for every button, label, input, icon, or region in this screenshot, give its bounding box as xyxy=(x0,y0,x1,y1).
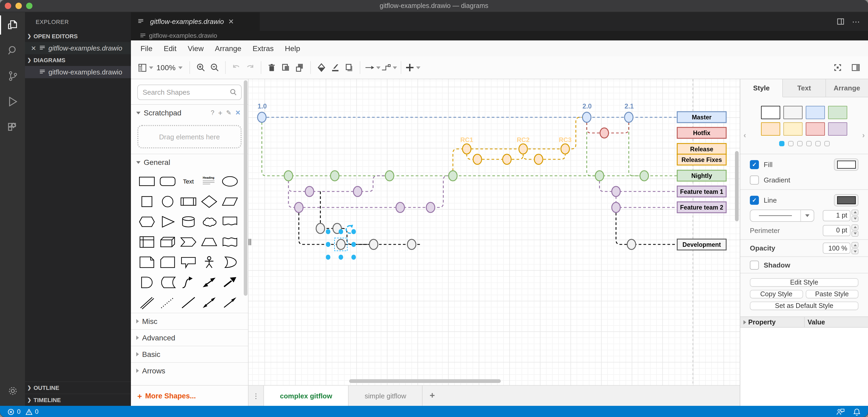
connection-style-button[interactable] xyxy=(364,60,380,75)
menu-extras[interactable]: Extras xyxy=(252,44,274,53)
timeline-header[interactable]: ❯ TIMELINE xyxy=(25,394,131,406)
commit-node-purple[interactable] xyxy=(294,202,303,213)
commit-node-green[interactable] xyxy=(595,171,604,181)
shape-hexagon[interactable] xyxy=(136,213,157,231)
line-width-input[interactable]: 1 pt xyxy=(823,210,850,221)
commit-node-blue[interactable] xyxy=(583,112,591,122)
scratchpad-help-icon[interactable]: ? xyxy=(211,109,214,117)
set-default-style-button[interactable]: Set as Default Style xyxy=(750,301,859,310)
shape-rounded-rectangle[interactable] xyxy=(157,172,178,190)
shape-bidirectional-arrow[interactable] xyxy=(198,274,219,291)
to-front-button[interactable] xyxy=(279,60,293,75)
insert-button[interactable] xyxy=(405,60,421,75)
shape-circle[interactable] xyxy=(157,193,178,211)
shape-cylinder[interactable] xyxy=(178,213,198,231)
shape-link[interactable] xyxy=(136,294,157,312)
commit-node-green[interactable] xyxy=(640,171,648,181)
scratchpad-header[interactable]: Scratchpad ? + ✎ ✕ xyxy=(131,104,248,121)
shape-triangle[interactable] xyxy=(157,213,178,231)
activity-settings[interactable] xyxy=(0,378,25,404)
branch-edge-black[interactable] xyxy=(320,191,337,228)
activity-extensions[interactable] xyxy=(0,115,25,140)
opacity-input[interactable]: 100 % xyxy=(823,243,850,254)
branch-label-nightly[interactable]: Nightly xyxy=(677,170,726,181)
shape-cube[interactable] xyxy=(157,233,178,251)
preset-page-dot-4[interactable] xyxy=(815,141,820,146)
shape-ellipse[interactable] xyxy=(219,172,240,190)
search-shapes-input[interactable] xyxy=(137,85,242,100)
branch-edge-purple[interactable] xyxy=(599,181,677,191)
commit-node-green[interactable] xyxy=(284,171,293,181)
menu-edit[interactable]: Edit xyxy=(164,44,177,53)
undo-button[interactable] xyxy=(229,60,243,75)
breadcrumb[interactable]: gitflow-examples.drawio xyxy=(131,31,868,40)
commit-node-gray[interactable] xyxy=(316,223,324,233)
preset-page-dot-5[interactable] xyxy=(824,141,829,146)
diagram-file-item[interactable]: gitflow-examples.drawio xyxy=(25,66,131,78)
fill-checkbox[interactable]: ✓ xyxy=(750,160,759,169)
shape-tape[interactable] xyxy=(219,233,240,251)
paste-style-button[interactable]: Paste Style xyxy=(805,290,859,298)
commit-node-purple[interactable] xyxy=(353,186,362,196)
commit-node-purple[interactable] xyxy=(305,186,314,196)
scratchpad-dropzone[interactable]: Drag elements here xyxy=(137,125,242,149)
activity-source-control[interactable] xyxy=(0,63,25,89)
branch-label-feature-team-2[interactable]: Feature team 2 xyxy=(677,202,726,213)
line-color-swatch[interactable] xyxy=(834,194,859,206)
close-tab-icon[interactable]: ✕ xyxy=(228,18,234,26)
style-preset-7[interactable] xyxy=(828,122,847,136)
shape-and[interactable] xyxy=(136,274,157,291)
shape-directional-connector[interactable] xyxy=(219,294,240,312)
commit-node-selected[interactable] xyxy=(337,239,345,250)
split-editor-icon[interactable] xyxy=(837,18,845,26)
shape-rectangle[interactable] xyxy=(136,172,157,190)
commit-node-orange[interactable] xyxy=(519,144,527,154)
shape-cloud[interactable] xyxy=(198,213,219,231)
commit-node-orange[interactable] xyxy=(503,154,511,164)
opacity-stepper[interactable] xyxy=(851,242,859,254)
branch-edge-green[interactable] xyxy=(629,122,644,176)
activity-search[interactable] xyxy=(0,38,25,63)
commit-node-purple[interactable] xyxy=(426,202,435,213)
shape-process[interactable] xyxy=(178,193,198,211)
canvas-vertical-scrollbar[interactable] xyxy=(735,151,739,221)
menu-help[interactable]: Help xyxy=(285,44,301,53)
scratchpad-close-icon[interactable]: ✕ xyxy=(235,109,241,117)
commit-node-purple[interactable] xyxy=(396,202,404,213)
perimeter-stepper[interactable] xyxy=(851,224,859,236)
branch-edge-black[interactable] xyxy=(616,213,677,245)
shape-trapezoid[interactable] xyxy=(198,233,219,251)
waypoint-style-button[interactable] xyxy=(380,60,397,75)
style-preset-2[interactable] xyxy=(806,106,825,119)
style-preset-5[interactable] xyxy=(783,122,803,136)
to-back-button[interactable] xyxy=(293,60,307,75)
diagram-canvas[interactable]: 1.02.02.1RC1RC2RC3MasterHotfixReleaseRel… xyxy=(249,79,740,385)
activity-explorer[interactable] xyxy=(0,12,25,38)
shape-note[interactable] xyxy=(136,253,157,271)
warning-count[interactable]: 0 xyxy=(35,408,38,415)
commit-node-gray[interactable] xyxy=(369,239,378,250)
style-preset-4[interactable] xyxy=(761,122,780,136)
shape-diamond[interactable] xyxy=(198,193,219,211)
preset-page-dot-2[interactable] xyxy=(797,141,802,146)
branch-label-development[interactable]: Development xyxy=(677,239,726,250)
view-panels-button[interactable] xyxy=(137,60,153,75)
shadow-checkbox[interactable] xyxy=(750,260,759,269)
delete-button[interactable] xyxy=(265,60,279,75)
shape-or[interactable] xyxy=(219,253,240,271)
shape-arrow[interactable] xyxy=(219,274,240,291)
fullscreen-icon[interactable] xyxy=(833,63,842,72)
shape-bidirectional-connector[interactable] xyxy=(198,294,219,312)
shape-dotted-line[interactable] xyxy=(157,294,178,312)
menu-arrange[interactable]: Arrange xyxy=(215,44,242,53)
menu-file[interactable]: File xyxy=(141,44,152,53)
presets-prev-icon[interactable]: ‹ xyxy=(743,130,746,139)
line-color-button[interactable] xyxy=(328,60,342,75)
branch-edge-green[interactable] xyxy=(587,122,599,176)
branch-label-master[interactable]: Master xyxy=(677,112,726,123)
section-misc[interactable]: Misc xyxy=(131,313,248,329)
preset-page-dot-0[interactable] xyxy=(779,141,784,146)
pages-menu-icon[interactable]: ⋮ xyxy=(249,386,264,406)
section-arrows[interactable]: Arrows xyxy=(131,362,248,379)
more-shapes-button[interactable]: + More Shapes... xyxy=(131,385,248,406)
